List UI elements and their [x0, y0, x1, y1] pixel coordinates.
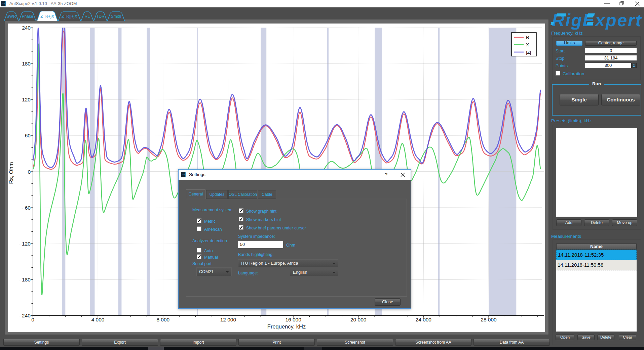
svg-text:- 180: - 180 [19, 277, 31, 282]
svg-text:12 000: 12 000 [220, 317, 236, 322]
svg-text:X: X [526, 42, 529, 47]
svg-text:Z=R+jX: Z=R+jX [40, 14, 54, 19]
svg-text:- 120: - 120 [19, 241, 31, 247]
svg-text:SWR: SWR [7, 14, 16, 19]
svg-text:240: 240 [22, 25, 31, 31]
svg-text:24 000: 24 000 [416, 317, 432, 322]
svg-text:TDR: TDR [96, 14, 105, 19]
svg-text:Z=R||+jX: Z=R||+jX [62, 14, 77, 19]
svg-text:16 000: 16 000 [285, 317, 301, 322]
svg-text:Phase: Phase [22, 14, 33, 19]
svg-text:Smith: Smith [111, 14, 121, 19]
svg-text:180: 180 [22, 61, 31, 67]
svg-text:Frequency, kHz: Frequency, kHz [267, 323, 306, 330]
svg-text:- 60: - 60 [22, 205, 31, 211]
svg-text:RigExpert: RigExpert [552, 10, 642, 30]
svg-text:60: 60 [25, 133, 31, 138]
svg-text:RL: RL [85, 14, 90, 19]
svg-text:4 000: 4 000 [91, 317, 105, 322]
svg-text:- 240: - 240 [19, 313, 31, 318]
svg-text:28 000: 28 000 [481, 317, 497, 322]
svg-text:|Z|: |Z| [526, 50, 531, 55]
svg-text:Rs, Ohm: Rs, Ohm [8, 162, 14, 184]
svg-text:120: 120 [22, 97, 31, 102]
svg-text:20 000: 20 000 [350, 317, 367, 322]
svg-text:0: 0 [28, 169, 31, 175]
svg-text:R: R [526, 35, 529, 40]
svg-text:8 000: 8 000 [156, 317, 169, 322]
svg-text:0: 0 [31, 317, 34, 322]
